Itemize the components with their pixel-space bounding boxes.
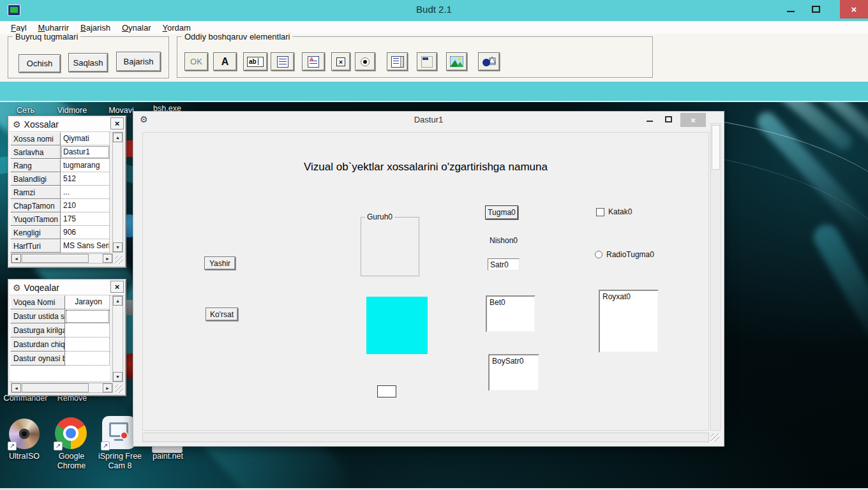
property-row[interactable]: YuqoriTamon 175 (10, 212, 124, 226)
scroll-up-button[interactable]: ▲ (113, 133, 123, 142)
property-row[interactable]: Balandligi 512 (10, 172, 124, 186)
palette-item-richtext[interactable]: A (302, 52, 325, 71)
property-row[interactable]: Sarlavha Dastur1 (10, 145, 124, 159)
scrollbar-thumb[interactable] (22, 254, 89, 263)
form-titlebar[interactable]: ⚙ Dastur1 × (133, 112, 724, 128)
button-tugma0[interactable]: Tugma0 (485, 205, 518, 219)
edit-satr0[interactable]: Satr0 (488, 258, 520, 271)
scrollbar-thumb[interactable] (712, 125, 720, 170)
open-button[interactable]: Ochish (19, 54, 61, 73)
palette-item-label[interactable]: A (213, 52, 237, 71)
palette-item-button[interactable]: OK (184, 52, 208, 71)
form-minimize-button[interactable] (641, 112, 659, 127)
checkbox-katak0[interactable]: Katak0 (596, 207, 632, 216)
shortcut-arrow-icon: ↗ (8, 442, 17, 450)
button-korsat[interactable]: Ko'rsat (206, 308, 238, 321)
form-maximize-button[interactable] (660, 112, 678, 127)
menu-bajarish[interactable]: Bajarish (75, 22, 116, 33)
scroll-left-button[interactable]: ◄ (11, 254, 21, 263)
column-header-name[interactable]: Xossa nomi (10, 132, 61, 145)
properties-panel-titlebar[interactable]: ⚙ Xossalar (10, 117, 124, 132)
desktop-icon-chrome[interactable]: ↗ (55, 417, 87, 449)
button-yashir[interactable]: Yashir (204, 256, 236, 270)
events-empty-area (10, 366, 110, 382)
listbox-royxat0[interactable]: Royxat0 (599, 290, 659, 353)
properties-vertical-scrollbar[interactable]: ▲ ▼ (112, 132, 123, 253)
event-row[interactable]: Dastur oynasi bo (10, 352, 124, 366)
desktop-icon-label-ultraiso[interactable]: UltraISO (0, 452, 49, 461)
form-vertical-scrollbar[interactable] (710, 123, 721, 431)
cyan-shape-rectangle[interactable] (366, 297, 428, 354)
form-horizontal-scrollbar[interactable] (142, 433, 709, 442)
minimize-button[interactable] (780, 0, 802, 19)
column-header-event[interactable]: Voqea Nomi (10, 295, 65, 309)
form-resize-grip[interactable] (711, 433, 719, 442)
panel-resize-grip[interactable] (115, 256, 123, 264)
properties-horizontal-scrollbar[interactable]: ◄ ► (11, 253, 113, 264)
properties-close-button[interactable]: × (110, 117, 124, 130)
run-button[interactable]: Bajarish (116, 52, 161, 71)
menu-yordam[interactable]: Yordam (157, 22, 197, 33)
property-row[interactable]: Kengligi 906 (10, 226, 124, 239)
event-row[interactable]: Dasturdan chiqil (10, 338, 124, 352)
property-row[interactable]: Ramzi ... (10, 186, 124, 199)
desktop-icon-label-chrome[interactable]: Google Chrome (47, 452, 96, 471)
scroll-left-button[interactable]: ◄ (11, 383, 21, 392)
event-row[interactable]: Dasturga kirilgan (10, 323, 124, 338)
checkbox-box[interactable] (596, 208, 604, 216)
palette-item-textbox[interactable]: ab (243, 52, 267, 71)
main-titlebar[interactable]: Budt 2.1 × (0, 0, 868, 21)
palette-item-image[interactable] (446, 52, 467, 71)
column-header-process[interactable]: Jarayon (65, 295, 110, 309)
palette-item-shape[interactable] (478, 52, 500, 71)
menu-oynalar[interactable]: Oynalar (116, 22, 157, 33)
shortcut-arrow-icon: ↗ (54, 442, 63, 450)
maximize-button[interactable] (805, 0, 827, 19)
close-button[interactable]: × (840, 0, 868, 19)
form-close-button[interactable]: × (680, 113, 706, 127)
desktop-icon-label-paintnet[interactable]: paint.net (147, 452, 188, 461)
events-panel-titlebar[interactable]: ⚙ Voqealar (10, 281, 124, 295)
desktop-icon-label-ispring[interactable]: iSpring Free Cam 8 (94, 452, 146, 471)
shortcut-arrow-icon: ↗ (101, 442, 110, 450)
scrollbar-thumb[interactable] (22, 383, 89, 392)
column-header-value[interactable]: Qiymati (61, 132, 110, 145)
desktop-label-set[interactable]: Сеть (6, 106, 45, 115)
events-horizontal-scrollbar[interactable]: ◄ ► (11, 383, 113, 393)
scroll-right-button[interactable]: ► (103, 254, 112, 263)
property-row[interactable]: ChapTamon 210 (10, 199, 124, 212)
menu-muharrir[interactable]: Muharrir (33, 22, 75, 33)
small-empty-box[interactable] (377, 385, 396, 397)
panel-resize-grip[interactable] (115, 385, 123, 393)
scroll-down-button[interactable]: ▼ (113, 372, 123, 382)
image-icon (450, 56, 463, 67)
events-vertical-scrollbar[interactable]: ▲ ▼ (112, 295, 123, 382)
main-client-area (0, 82, 868, 101)
event-row[interactable]: Dastur ustida sic (10, 309, 124, 323)
radio-circle[interactable] (595, 251, 602, 258)
events-close-button[interactable]: × (110, 281, 124, 293)
richtext-icon: A (308, 56, 319, 68)
checkbox-icon: × (336, 57, 345, 66)
save-button[interactable]: Saqlash (68, 53, 108, 72)
palette-item-checkbox[interactable]: × (331, 52, 350, 71)
palette-item-panel[interactable] (417, 52, 437, 71)
desktop-icon-ultraiso[interactable]: ↗ (9, 419, 40, 449)
desktop-label-vidmore[interactable]: Vidmore (50, 106, 94, 115)
panel-bet0[interactable]: Bet0 (486, 295, 535, 332)
property-row[interactable]: HarfTuri MS Sans Serif (10, 239, 124, 253)
desktop-icon-ispring[interactable]: ↗ (102, 416, 135, 449)
palette-item-memo[interactable] (271, 52, 294, 71)
memo-boysatr0[interactable]: BoySatr0 (488, 354, 539, 391)
property-row[interactable]: Rang tugmarang (10, 159, 124, 172)
radio-radiotugma0[interactable]: RadioTugma0 (595, 250, 654, 259)
scroll-down-button[interactable]: ▼ (113, 242, 123, 252)
desktop: Сеть Vidmore Movavi bsh.exe Commander Re… (0, 0, 868, 490)
scroll-up-button[interactable]: ▲ (113, 296, 123, 306)
menu-fayl[interactable]: Fayl (5, 22, 33, 33)
palette-item-radiobutton[interactable] (355, 52, 375, 71)
palette-item-listbox[interactable] (387, 52, 408, 71)
groupbox-guruh0[interactable]: Guruh0 (361, 217, 419, 276)
scroll-right-button[interactable]: ► (103, 383, 112, 392)
app-title: Budt 2.1 (0, 4, 868, 15)
